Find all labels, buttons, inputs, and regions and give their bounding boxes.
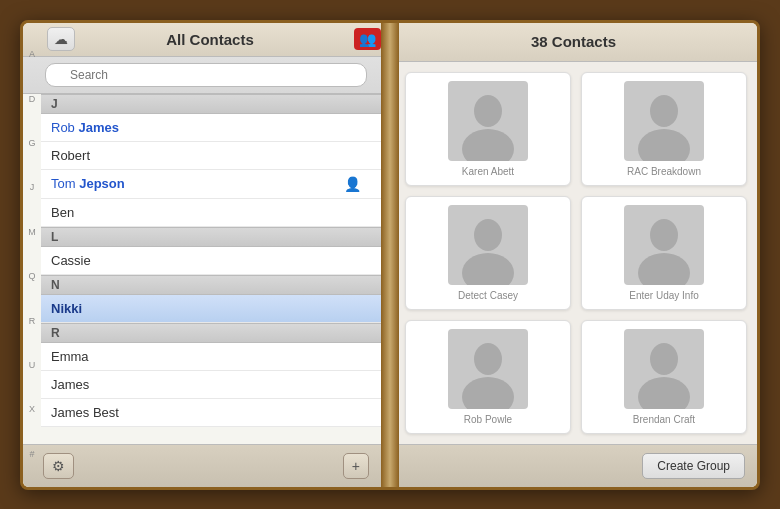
alpha-letter-#[interactable]: # <box>29 450 34 459</box>
svg-point-11 <box>638 377 690 409</box>
alpha-letter-u[interactable]: U <box>29 361 36 370</box>
svg-point-2 <box>650 95 678 127</box>
svg-point-5 <box>462 253 514 285</box>
svg-point-7 <box>638 253 690 285</box>
alpha-letter-a[interactable]: A <box>29 50 35 59</box>
contacts-grid: Karen Abett RAC Breakdown <box>390 62 757 444</box>
search-wrapper: 🔍 <box>45 63 367 87</box>
list-item[interactable]: Emma <box>41 343 389 371</box>
alpha-letter-x[interactable]: X <box>29 405 35 414</box>
list-item[interactable]: Tom Jepson 👤 <box>41 170 389 199</box>
contact-list-inner[interactable]: J Rob James Robert Tom Jepson 👤 Ben L Ca… <box>41 94 389 444</box>
contact-name: Nikki <box>51 301 82 316</box>
book-spine <box>381 23 399 487</box>
svg-point-4 <box>474 219 502 251</box>
contact-name: Robert <box>51 148 90 163</box>
alpha-letter-m[interactable]: M <box>28 228 36 237</box>
contact-card[interactable]: Karen Abett <box>405 72 571 186</box>
contact-avatar <box>448 329 528 409</box>
section-l: L <box>41 227 389 247</box>
alphabet-sidebar: ADGJMQRUX# <box>23 33 41 477</box>
left-page-title: All Contacts <box>166 31 254 48</box>
contact-card-name: RAC Breakdown <box>627 166 701 177</box>
create-group-button[interactable]: Create Group <box>642 453 745 479</box>
cloud-button[interactable]: ☁ <box>47 27 75 51</box>
contact-avatar <box>624 81 704 161</box>
contact-name: Rob James <box>51 120 119 135</box>
right-page-header: 38 Contacts <box>390 23 757 62</box>
contact-card-name: Karen Abett <box>462 166 514 177</box>
contact-card[interactable]: Rob Powle <box>405 320 571 434</box>
left-footer: ⚙ + <box>23 444 389 487</box>
add-contact-button[interactable]: + <box>343 453 369 479</box>
contact-avatar <box>624 329 704 409</box>
right-footer: Create Group <box>390 444 757 487</box>
list-item[interactable]: Nikki <box>41 295 389 323</box>
list-item[interactable]: James <box>41 371 389 399</box>
svg-point-3 <box>638 129 690 161</box>
contact-list: J Rob James Robert Tom Jepson 👤 Ben L Ca… <box>41 94 389 444</box>
search-bar-container: 🔍 <box>23 57 389 94</box>
contact-card[interactable]: Brendan Craft <box>581 320 747 434</box>
contact-card-name: Enter Uday Info <box>629 290 698 301</box>
contact-name: James <box>51 377 89 392</box>
svg-point-6 <box>650 219 678 251</box>
contact-card[interactable]: RAC Breakdown <box>581 72 747 186</box>
right-page: 38 Contacts Karen Abett <box>390 23 757 487</box>
svg-point-0 <box>474 95 502 127</box>
contact-avatar <box>624 205 704 285</box>
contact-name: Ben <box>51 205 74 220</box>
list-item[interactable]: Ben <box>41 199 389 227</box>
contact-avatar <box>448 81 528 161</box>
alpha-letter-j[interactable]: J <box>30 183 35 192</box>
group-badge: 👥 <box>354 28 381 50</box>
contacts-count-title: 38 Contacts <box>531 33 616 50</box>
alpha-letter-r[interactable]: R <box>29 317 36 326</box>
svg-point-10 <box>650 343 678 375</box>
section-r: R <box>41 323 389 343</box>
svg-point-8 <box>474 343 502 375</box>
alpha-letter-d[interactable]: D <box>29 95 36 104</box>
contact-card[interactable]: Enter Uday Info <box>581 196 747 310</box>
alpha-letter-g[interactable]: G <box>28 139 35 148</box>
contact-avatar <box>448 205 528 285</box>
contact-name: Emma <box>51 349 89 364</box>
person-icon: 👤 <box>344 176 361 192</box>
group-icon: 👥 <box>359 31 376 47</box>
section-j: J <box>41 94 389 114</box>
contact-card-name: Detect Casey <box>458 290 518 301</box>
left-page: ADGJMQRUX# ☁ All Contacts 👥 🔍 J Rob Jame <box>23 23 390 487</box>
plus-icon: + <box>352 458 360 474</box>
contact-card-name: Brendan Craft <box>633 414 695 425</box>
svg-point-1 <box>462 129 514 161</box>
list-item[interactable]: Robert <box>41 142 389 170</box>
left-page-header: ☁ All Contacts 👥 <box>23 23 389 57</box>
contact-name: James Best <box>51 405 119 420</box>
section-n: N <box>41 275 389 295</box>
contact-name: Tom Jepson <box>51 176 125 191</box>
list-item[interactable]: James Best <box>41 399 389 427</box>
book-container: ADGJMQRUX# ☁ All Contacts 👥 🔍 J Rob Jame <box>20 20 760 490</box>
contact-card-name: Rob Powle <box>464 414 512 425</box>
search-input[interactable] <box>45 63 367 87</box>
svg-point-9 <box>462 377 514 409</box>
contact-card[interactable]: Detect Casey <box>405 196 571 310</box>
settings-button[interactable]: ⚙ <box>43 453 74 479</box>
cloud-icon: ☁ <box>54 31 68 47</box>
alpha-letter-q[interactable]: Q <box>28 272 35 281</box>
list-item[interactable]: Rob James <box>41 114 389 142</box>
contact-name: Cassie <box>51 253 91 268</box>
list-item[interactable]: Cassie <box>41 247 389 275</box>
gear-icon: ⚙ <box>52 458 65 474</box>
